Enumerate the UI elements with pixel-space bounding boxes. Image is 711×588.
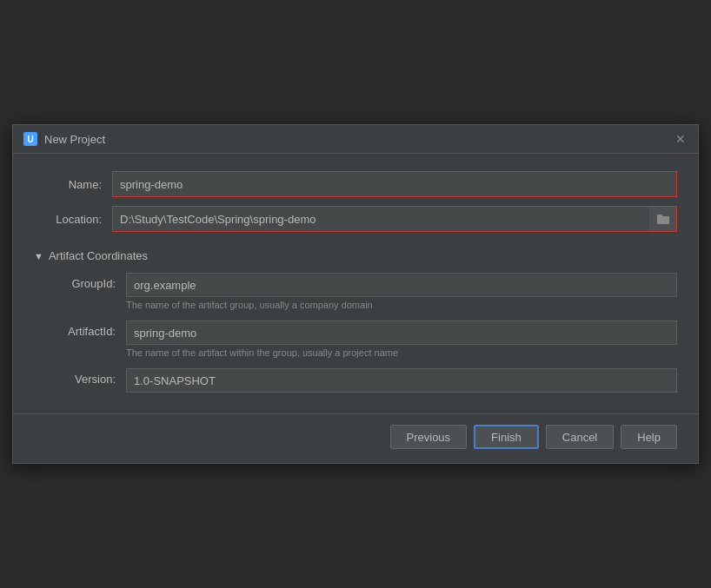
collapse-arrow-icon[interactable]: ▼ <box>34 251 43 261</box>
version-label: Version: <box>48 368 126 386</box>
groupid-hint: The name of the artifact group, usually … <box>126 300 677 310</box>
name-row: Name: <box>34 171 677 197</box>
close-button[interactable]: ✕ <box>674 132 688 146</box>
finish-button[interactable]: Finish <box>474 425 539 449</box>
dialog-body: Name: Location: <box>13 154 698 413</box>
artifactid-row: ArtifactId: The name of the artifact wit… <box>48 320 677 365</box>
previous-button[interactable]: Previous <box>390 425 468 449</box>
location-input[interactable] <box>113 207 649 231</box>
groupid-label: GroupId: <box>48 273 126 290</box>
location-row: Location: <box>34 206 677 232</box>
groupid-row: GroupId: The name of the artifact group,… <box>48 273 677 317</box>
name-input[interactable] <box>113 172 676 196</box>
location-browse-button[interactable] <box>649 207 676 231</box>
artifact-fields: GroupId: The name of the artifact group,… <box>34 273 677 393</box>
dialog-title: New Project <box>44 133 105 146</box>
artifactid-label: ArtifactId: <box>48 320 126 338</box>
version-input[interactable] <box>126 368 677 393</box>
title-bar: U New Project ✕ <box>13 125 698 154</box>
groupid-input[interactable] <box>126 273 677 297</box>
help-button[interactable]: Help <box>621 425 677 449</box>
title-bar-left: U New Project <box>23 132 105 146</box>
version-row: Version: <box>48 368 677 393</box>
folder-icon <box>657 214 669 224</box>
name-location-section: Name: Location: <box>34 171 677 241</box>
name-label: Name: <box>34 178 112 191</box>
artifact-section-title: Artifact Coordinates <box>49 249 148 262</box>
location-label: Location: <box>34 213 112 226</box>
new-project-dialog: U New Project ✕ Name: Location: <box>12 124 699 464</box>
dialog-footer: Previous Finish Cancel Help <box>13 413 698 463</box>
artifactid-input[interactable] <box>126 320 677 345</box>
app-icon: U <box>23 132 37 146</box>
cancel-button[interactable]: Cancel <box>546 425 614 449</box>
artifact-section-header: ▼ Artifact Coordinates <box>34 249 677 262</box>
artifactid-hint: The name of the artifact within the grou… <box>126 347 677 358</box>
svg-rect-1 <box>657 215 662 218</box>
